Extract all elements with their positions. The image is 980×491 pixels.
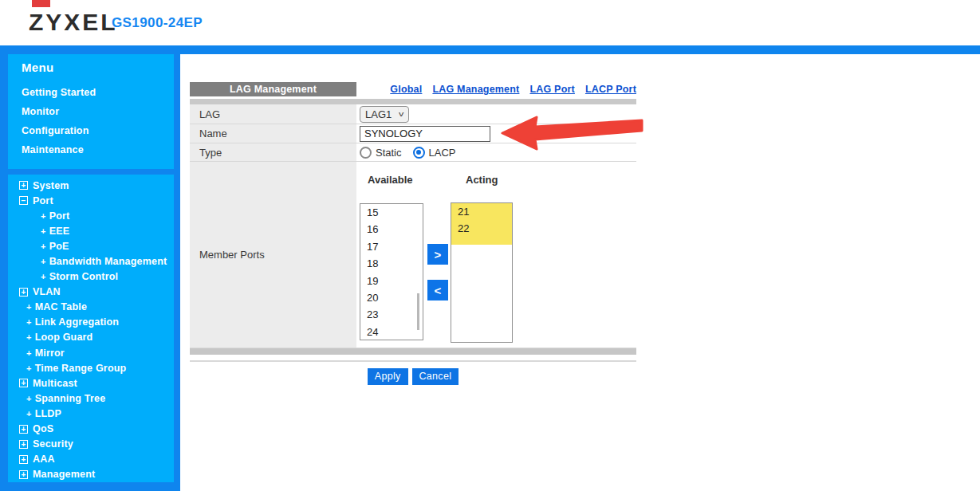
available-port-option[interactable]: 15 (360, 204, 423, 221)
type-option-static[interactable]: Static (360, 147, 402, 159)
sidebar-item-getting-started[interactable]: Getting Started (8, 83, 174, 102)
menu-item-list: Getting StartedMonitorConfigurationMaint… (8, 83, 174, 159)
tree-item-label: QoS (33, 423, 53, 434)
tree-item-label: System (33, 180, 69, 191)
tree-item-label: Spanning Tree (35, 393, 106, 404)
tree-item-spanning-tree[interactable]: +Spanning Tree (8, 391, 174, 406)
lag-label: LAG (190, 104, 356, 124)
tree-item-label: Security (33, 438, 73, 450)
lag-row: LAG LAG1 v (190, 104, 636, 124)
leaf-bullet-icon: + (41, 226, 46, 236)
available-ports-listbox[interactable]: 1516171819202324 (360, 203, 423, 340)
radio-label: LACP (429, 147, 456, 159)
tree-item-mac-table[interactable]: +MAC Table (8, 300, 174, 315)
expand-icon[interactable]: + (19, 470, 28, 479)
apply-button[interactable]: Apply (368, 368, 408, 385)
tree-item-label: MAC Table (35, 301, 87, 312)
expand-icon[interactable]: + (19, 455, 28, 464)
available-port-option[interactable]: 17 (360, 238, 423, 255)
tree-item-label: Loop Guard (35, 332, 93, 343)
sidebar-item-monitor[interactable]: Monitor (8, 102, 174, 121)
tree-item-bandwidth-management[interactable]: +Bandwidth Management (8, 253, 174, 269)
tree-item-label: Bandwidth Management (49, 256, 167, 267)
tree-item-label: Link Aggregation (35, 316, 120, 328)
tree-item-link-aggregation[interactable]: +Link Aggregation (8, 315, 174, 330)
member-ports-row: Member Ports Available Acting 1516171819… (190, 162, 636, 348)
move-left-button[interactable]: < (427, 280, 448, 300)
tree-item-loop-guard[interactable]: +Loop Guard (8, 330, 174, 345)
sidebar: Menu Getting StartedMonitorConfiguration… (0, 54, 180, 491)
tree-item-qos[interactable]: +QoS (8, 422, 174, 437)
available-port-option[interactable]: 24 (360, 324, 423, 340)
menu-panel: Menu Getting StartedMonitorConfiguration… (8, 54, 174, 169)
scrollbar-thumb[interactable] (417, 293, 419, 330)
expand-icon[interactable]: + (19, 440, 28, 449)
leaf-bullet-icon: + (41, 257, 46, 266)
tree-item-poe[interactable]: +PoE (8, 238, 174, 253)
name-label: Name (190, 124, 356, 143)
table-top-bar (190, 99, 636, 104)
tree-item-port[interactable]: +Port (8, 208, 174, 223)
nav-link-lag-port[interactable]: LAG Port (529, 84, 574, 95)
table-bottom-bar (190, 348, 636, 355)
sidebar-item-maintenance[interactable]: Maintenance (8, 140, 174, 159)
leaf-bullet-icon: + (26, 394, 32, 403)
tree-item-mirror[interactable]: +Mirror (8, 345, 174, 360)
available-port-option[interactable]: 23 (360, 306, 423, 323)
acting-port-option[interactable]: 22 (451, 220, 512, 237)
available-header: Available (368, 174, 413, 186)
available-port-option[interactable]: 19 (360, 273, 423, 289)
acting-ports-listbox[interactable]: 2122 (451, 202, 513, 343)
tree-item-time-range-group[interactable]: +Time Range Group (8, 360, 174, 375)
acting-selected-block: 2122 (451, 203, 512, 245)
leaf-bullet-icon: + (41, 242, 46, 251)
acting-port-option[interactable]: 21 (451, 203, 512, 220)
tree-item-label: EEE (49, 226, 70, 237)
member-ports-label: Member Ports (190, 162, 356, 348)
tree-item-storm-control[interactable]: +Storm Control (8, 269, 174, 285)
lag-select-value: LAG1 (365, 108, 392, 120)
expand-icon[interactable]: + (19, 425, 28, 434)
tree-item-eee[interactable]: +EEE (8, 223, 174, 238)
menu-title: Menu (8, 54, 174, 74)
lag-management-page: ZYXEL GS1900-24EP Menu Getting StartedMo… (0, 0, 980, 491)
tree-item-label: Port (33, 195, 53, 206)
expand-icon[interactable]: + (19, 181, 28, 190)
move-right-button[interactable]: > (427, 244, 448, 265)
tree-item-label: Port (49, 210, 70, 222)
leaf-bullet-icon: + (26, 332, 32, 342)
nav-link-lacp-port[interactable]: LACP Port (585, 84, 636, 95)
tree-item-label: Mirror (35, 348, 65, 359)
expand-icon[interactable]: + (19, 379, 28, 387)
type-option-lacp[interactable]: LACP (413, 147, 456, 159)
available-port-option[interactable]: 16 (360, 221, 423, 238)
tree-item-label: PoE (49, 241, 69, 252)
tree-item-lldp[interactable]: +LLDP (8, 406, 174, 421)
tree-item-label: LLDP (35, 408, 61, 419)
radio-icon-lacp[interactable] (413, 147, 425, 159)
available-port-option[interactable]: 20 (360, 289, 423, 306)
tree-item-vlan[interactable]: +VLAN (8, 285, 174, 300)
tree-item-system[interactable]: +System (8, 178, 174, 193)
tree-item-security[interactable]: +Security (8, 437, 174, 452)
sidebar-item-configuration[interactable]: Configuration (8, 121, 174, 140)
zyxel-logo: ZYXEL (29, 9, 118, 36)
tree-item-management[interactable]: +Management (8, 467, 174, 482)
tree-item-label: Multicast (33, 378, 77, 389)
leaf-bullet-icon: + (41, 272, 46, 281)
radio-icon-static[interactable] (360, 147, 372, 159)
lag-select[interactable]: LAG1 v (360, 106, 409, 123)
tree-item-multicast[interactable]: +Multicast (8, 375, 174, 391)
nav-tree: +System−Port+Port+EEE+PoE+Bandwidth Mana… (8, 175, 174, 482)
cancel-button[interactable]: Cancel (412, 368, 459, 385)
available-port-option[interactable]: 18 (360, 255, 423, 272)
tree-item-aaa[interactable]: +AAA (8, 452, 174, 467)
action-buttons: Apply Cancel (190, 368, 636, 385)
nav-link-global[interactable]: Global (390, 84, 422, 95)
expand-icon[interactable]: + (19, 288, 28, 297)
leaf-bullet-icon: + (26, 317, 32, 327)
tree-item-port[interactable]: −Port (8, 193, 174, 208)
lag-name-input[interactable] (360, 126, 490, 142)
nav-link-lag-management[interactable]: LAG Management (432, 84, 519, 95)
collapse-icon[interactable]: − (19, 196, 28, 205)
